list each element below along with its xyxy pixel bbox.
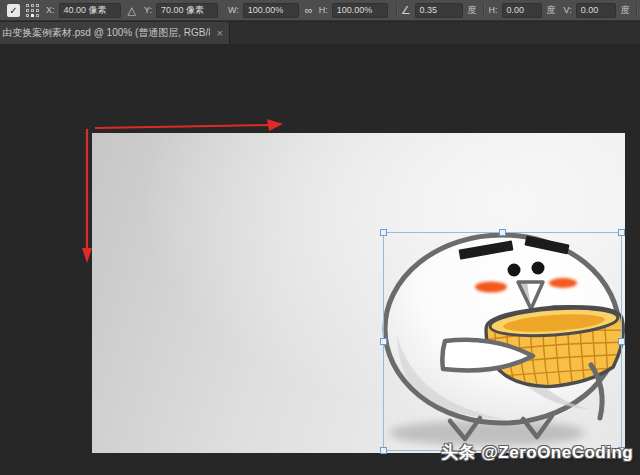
- x-label: X:: [46, 5, 55, 15]
- relative-positioning-icon[interactable]: △: [128, 0, 136, 21]
- transform-handle-top-right[interactable]: [618, 229, 625, 236]
- transform-handle-top-middle[interactable]: [499, 229, 506, 236]
- toggle-reference-point-checkbox[interactable]: ✓: [7, 4, 20, 17]
- x-position-input[interactable]: 40.00 像素: [59, 3, 121, 18]
- y-label: Y:: [144, 5, 152, 15]
- v-skew-unit-label: 度: [621, 4, 630, 17]
- refpoint-dot-selected[interactable]: [31, 14, 34, 17]
- transform-handle-middle-right[interactable]: [618, 338, 625, 345]
- refpoint-dot[interactable]: [26, 14, 29, 17]
- x-axis-arrow: [95, 125, 270, 128]
- divider: [636, 3, 637, 17]
- refpoint-dot[interactable]: [31, 9, 34, 12]
- watermark-text: 头条 @ZeroOneCoding: [441, 441, 633, 464]
- y-position-input[interactable]: 70.00 像素: [156, 3, 218, 18]
- width-label: W:: [228, 5, 239, 15]
- transform-box[interactable]: [383, 232, 622, 451]
- transform-handle-top-left[interactable]: [380, 229, 387, 236]
- link-dimensions-icon[interactable]: ∞: [305, 0, 313, 21]
- transform-handle-middle-left[interactable]: [380, 338, 387, 345]
- refpoint-dot[interactable]: [31, 4, 34, 7]
- refpoint-dot[interactable]: [36, 14, 39, 17]
- height-label: H:: [319, 5, 328, 15]
- height-input[interactable]: 100.00%: [332, 3, 388, 18]
- canvas-pasteboard[interactable]: 头条 @ZeroOneCoding: [0, 44, 640, 475]
- rotate-angle-icon: ∠: [401, 0, 411, 21]
- transform-handle-bottom-left[interactable]: [380, 447, 387, 454]
- refpoint-dot[interactable]: [36, 4, 39, 7]
- reference-point-locator[interactable]: [26, 4, 39, 17]
- document-tab[interactable]: 由变换案例素材.psd @ 100% (普通图层, RGB/8) * ×: [0, 22, 230, 44]
- divider: [483, 3, 484, 17]
- rotate-unit-label: 度: [468, 4, 477, 17]
- refpoint-dot[interactable]: [36, 9, 39, 12]
- refpoint-dot[interactable]: [26, 4, 29, 7]
- h-skew-unit-label: 度: [547, 4, 556, 17]
- width-input[interactable]: 100.00%: [243, 3, 299, 18]
- refpoint-dot[interactable]: [26, 9, 29, 12]
- v-skew-input[interactable]: 0.00: [576, 3, 616, 18]
- divider: [396, 3, 397, 17]
- tab-close-icon[interactable]: ×: [217, 27, 223, 39]
- document-tab-bar: 由变换案例素材.psd @ 100% (普通图层, RGB/8) * ×: [0, 22, 640, 44]
- h-skew-label: H:: [489, 5, 498, 15]
- document-tab-title: 由变换案例素材.psd @ 100% (普通图层, RGB/8) *: [2, 26, 210, 40]
- rotate-angle-input[interactable]: 0.35: [415, 3, 463, 18]
- h-skew-input[interactable]: 0.00: [502, 3, 542, 18]
- v-skew-label: V:: [564, 5, 572, 15]
- free-transform-options-bar: ✓ X: 40.00 像素 △ Y: 70.00 像素 W: 100.00% ∞…: [0, 0, 640, 21]
